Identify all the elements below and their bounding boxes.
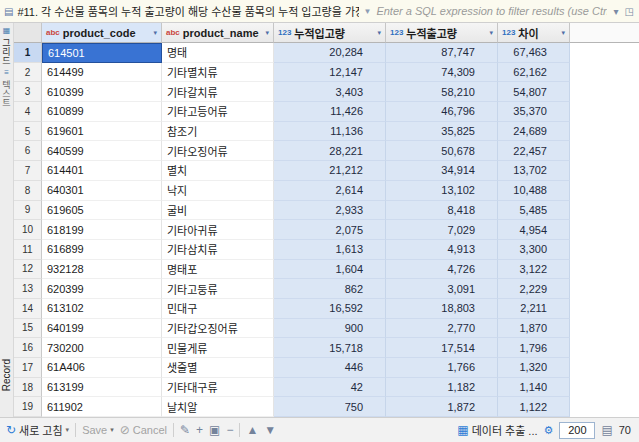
cum-in-cell[interactable]: 11,136 xyxy=(274,122,386,142)
cancel-button[interactable]: ⊘ Cancel xyxy=(120,423,167,437)
panel-expand-icon[interactable]: ◳ xyxy=(624,6,635,17)
product-name-cell[interactable]: 굴비 xyxy=(162,201,274,221)
product-name-cell[interactable]: 기타삼치류 xyxy=(162,240,274,260)
row-number-cell[interactable]: 7 xyxy=(14,161,42,181)
product-code-cell[interactable]: 618199 xyxy=(42,220,162,240)
chevron-down-icon[interactable]: ▾ xyxy=(66,426,70,434)
diff-cell[interactable]: 35,370 xyxy=(498,102,570,122)
diff-cell[interactable]: 13,702 xyxy=(498,161,570,181)
grid-corner-cell[interactable] xyxy=(14,23,42,43)
column-header-누적출고량[interactable]: 123누적출고량▾ xyxy=(386,23,498,43)
column-header-product_code[interactable]: abcproduct_code▾ xyxy=(42,23,162,43)
diff-cell[interactable]: 62,162 xyxy=(498,63,570,83)
row-number-cell[interactable]: 13 xyxy=(14,279,42,299)
diff-cell[interactable]: 67,463 xyxy=(498,43,570,63)
gear-icon[interactable]: ⚙ xyxy=(544,424,554,437)
cum-out-cell[interactable]: 74,309 xyxy=(386,63,498,83)
row-number-cell[interactable]: 14 xyxy=(14,299,42,319)
product-code-cell[interactable]: 640301 xyxy=(42,181,162,201)
diff-cell[interactable]: 24,689 xyxy=(498,122,570,142)
diff-cell[interactable]: 22,457 xyxy=(498,141,570,161)
cum-in-cell[interactable]: 1,613 xyxy=(274,240,386,260)
diff-cell[interactable]: 2,211 xyxy=(498,299,570,319)
product-name-cell[interactable]: 멸치 xyxy=(162,161,274,181)
row-number-cell[interactable]: 2 xyxy=(14,63,42,83)
product-name-cell[interactable]: 샛줄멸 xyxy=(162,358,274,378)
product-name-cell[interactable]: 날치알 xyxy=(162,397,274,417)
product-name-cell[interactable]: 기타아귀류 xyxy=(162,220,274,240)
cum-out-cell[interactable]: 1,766 xyxy=(386,358,498,378)
column-header-product_name[interactable]: abcproduct_name▾ xyxy=(162,23,274,43)
diff-cell[interactable]: 54,807 xyxy=(498,82,570,102)
product-code-cell[interactable]: 613102 xyxy=(42,299,162,319)
cum-in-cell[interactable]: 12,147 xyxy=(274,63,386,83)
product-code-cell[interactable]: 640599 xyxy=(42,141,162,161)
cum-out-cell[interactable]: 17,514 xyxy=(386,338,498,358)
last-row-icon[interactable]: ▼ xyxy=(264,423,276,437)
diff-cell[interactable]: 3,122 xyxy=(498,260,570,280)
row-number-cell[interactable]: 3 xyxy=(14,82,42,102)
cum-out-cell[interactable]: 87,747 xyxy=(386,43,498,63)
product-code-cell[interactable]: 614499 xyxy=(42,63,162,83)
cum-out-cell[interactable]: 8,418 xyxy=(386,201,498,221)
cum-in-cell[interactable]: 15,718 xyxy=(274,338,386,358)
product-code-cell[interactable]: 932128 xyxy=(42,260,162,280)
cum-out-cell[interactable]: 4,913 xyxy=(386,240,498,260)
row-number-cell[interactable]: 17 xyxy=(14,358,42,378)
cum-in-cell[interactable]: 446 xyxy=(274,358,386,378)
product-code-cell[interactable]: 611902 xyxy=(42,397,162,417)
product-name-cell[interactable]: 기타갈치류 xyxy=(162,82,274,102)
row-number-cell[interactable]: 6 xyxy=(14,141,42,161)
product-name-cell[interactable]: 참조기 xyxy=(162,122,274,142)
filter-funnel-icon[interactable]: ▼ xyxy=(363,7,371,16)
row-number-cell[interactable]: 15 xyxy=(14,319,42,339)
refresh-button[interactable]: ↻ 새로 고침 ▾ xyxy=(6,422,69,438)
column-menu-caret-icon[interactable]: ▾ xyxy=(561,29,565,37)
cum-in-cell[interactable]: 2,614 xyxy=(274,181,386,201)
fetch-size-input[interactable]: 200 xyxy=(559,422,595,439)
diff-cell[interactable]: 1,796 xyxy=(498,338,570,358)
text-view-icon[interactable]: ≡ xyxy=(4,68,9,77)
product-name-cell[interactable]: 민대구 xyxy=(162,299,274,319)
cum-out-cell[interactable]: 1,182 xyxy=(386,378,498,398)
cum-in-cell[interactable]: 20,284 xyxy=(274,43,386,63)
product-code-cell[interactable]: 610399 xyxy=(42,82,162,102)
diff-cell[interactable]: 2,229 xyxy=(498,279,570,299)
export-data-button[interactable]: ▦ 데이터 추출 ... xyxy=(457,422,537,438)
product-name-cell[interactable]: 명태 xyxy=(162,43,274,63)
product-code-cell[interactable]: 614401 xyxy=(42,161,162,181)
product-code-cell[interactable]: 640199 xyxy=(42,319,162,339)
row-number-cell[interactable]: 18 xyxy=(14,378,42,398)
cum-out-cell[interactable]: 4,726 xyxy=(386,260,498,280)
cum-in-cell[interactable]: 862 xyxy=(274,279,386,299)
filter-history-icon[interactable]: ▾ xyxy=(613,6,620,17)
product-code-cell[interactable]: 620399 xyxy=(42,279,162,299)
product-name-cell[interactable]: 기타고등어류 xyxy=(162,102,274,122)
duplicate-row-icon[interactable]: ▣ xyxy=(209,423,220,437)
row-number-cell[interactable]: 16 xyxy=(14,338,42,358)
row-number-cell[interactable]: 12 xyxy=(14,260,42,280)
cum-in-cell[interactable]: 750 xyxy=(274,397,386,417)
tab-text-view[interactable]: 텍스트 xyxy=(0,80,13,107)
diff-cell[interactable]: 1,122 xyxy=(498,397,570,417)
diff-cell[interactable]: 4,954 xyxy=(498,220,570,240)
cum-out-cell[interactable]: 46,796 xyxy=(386,102,498,122)
save-button[interactable]: Save ▾ xyxy=(82,424,114,436)
tab-grid-view[interactable]: 그리드 xyxy=(0,38,13,65)
cum-out-cell[interactable]: 35,825 xyxy=(386,122,498,142)
diff-cell[interactable]: 1,140 xyxy=(498,378,570,398)
row-number-cell[interactable]: 19 xyxy=(14,397,42,417)
product-name-cell[interactable]: 민물게류 xyxy=(162,338,274,358)
product-name-cell[interactable]: 기타오징어류 xyxy=(162,141,274,161)
product-name-cell[interactable]: 기타갑오징어류 xyxy=(162,319,274,339)
row-number-cell[interactable]: 10 xyxy=(14,220,42,240)
product-name-cell[interactable]: 기타멸치류 xyxy=(162,63,274,83)
tab-record-view[interactable]: Record xyxy=(1,359,12,391)
row-number-cell[interactable]: 1 xyxy=(14,43,42,63)
row-number-cell[interactable]: 9 xyxy=(14,201,42,221)
diff-cell[interactable]: 3,300 xyxy=(498,240,570,260)
product-code-cell[interactable]: 614501 xyxy=(42,43,162,63)
column-header-누적입고량[interactable]: 123누적입고량▾ xyxy=(274,23,386,43)
cum-in-cell[interactable]: 28,221 xyxy=(274,141,386,161)
row-number-cell[interactable]: 11 xyxy=(14,240,42,260)
